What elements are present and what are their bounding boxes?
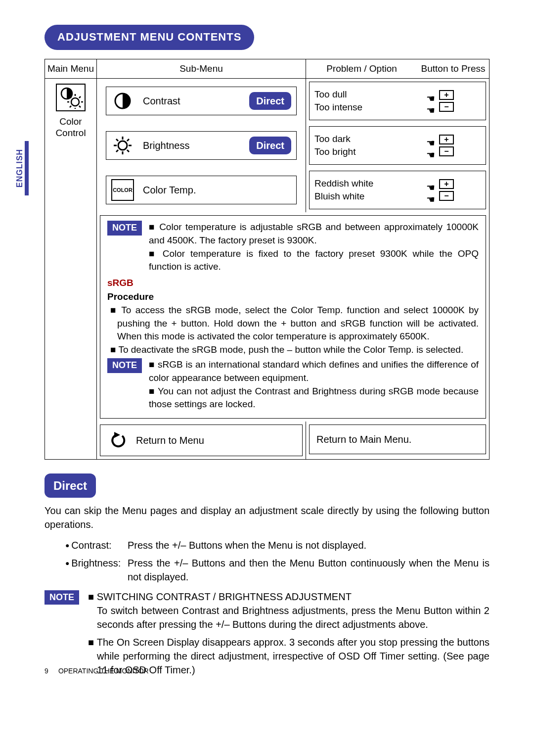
svg-line-18 (127, 139, 129, 141)
color-temp-icon: COLOR (111, 179, 134, 201)
brightness-problems: Too dark Too bright (310, 127, 422, 164)
contrast-minus-button[interactable]: − (426, 102, 454, 112)
table-header-row: Main Menu Sub-Menu Problem / Option Butt… (45, 59, 489, 79)
page-title: ADJUSTMENT MENU CONTENTS (44, 25, 254, 50)
language-tab: ENGLISH (15, 141, 29, 195)
direct-paragraph: You can skip the Menu pages and display … (44, 504, 490, 531)
contrast-plus-button[interactable]: + (426, 90, 454, 100)
svg-marker-20 (114, 432, 120, 438)
colortemp-plus-button[interactable]: + (426, 179, 454, 189)
svg-line-7 (79, 106, 81, 107)
direct-contrast-def: Contrast: Press the +/– Buttons when the… (65, 538, 490, 552)
contrast-label: Contrast (143, 94, 240, 108)
hdr-main-menu: Main Menu (45, 59, 97, 79)
row-brightness: Brightness Direct Too dark Too bright + (97, 123, 489, 168)
bottom-note-b1-head: SWITCHING CONTRAST / BRIGHTNESS ADJUSTME… (97, 591, 352, 602)
page-footer: 9 OPERATING THE MONITOR (44, 666, 149, 676)
return-icon (107, 432, 127, 449)
svg-point-1 (71, 98, 79, 106)
note-badge: NOTE (44, 590, 79, 605)
hand-icon (426, 136, 436, 143)
srgb-note-section: NOTE Color temperature is adjustable sRG… (100, 215, 486, 418)
note-badge: NOTE (107, 221, 142, 235)
svg-line-9 (70, 106, 71, 107)
brightness-label: Brightness (143, 139, 240, 152)
hdr-sub-menu: Sub-Menu (97, 59, 306, 79)
brightness-direct-badge: Direct (249, 137, 291, 154)
color-temp-label: Color Temp. (143, 183, 291, 197)
srgb-heading: sRGB (107, 277, 479, 290)
contrast-problems: Too dull Too intense (310, 82, 422, 120)
contrast-icon (111, 90, 134, 112)
note2-bullet2: You can not adjust the Contrast and Brig… (149, 385, 479, 411)
hand-icon (426, 192, 436, 199)
table-body: Color Control Cont (45, 79, 489, 459)
brightness-icon (111, 135, 134, 156)
return-label: Return to Menu (136, 433, 204, 447)
brightness-plus-button[interactable]: + (426, 135, 454, 144)
return-desc: Return to Main Menu. (316, 432, 411, 446)
hand-icon (426, 92, 436, 98)
contrast-direct-badge: Direct (249, 92, 291, 110)
brightness-minus-button[interactable]: − (426, 146, 454, 156)
svg-point-11 (118, 141, 127, 150)
page-number: 9 (44, 666, 56, 676)
note2-bullet1: sRGB is an international standard which … (149, 358, 479, 384)
row-return: Return to Menu Return to Main Menu. (97, 422, 489, 459)
main-menu-label: Color Control (45, 116, 96, 139)
main-menu-cell: Color Control (45, 79, 97, 459)
svg-line-16 (116, 139, 118, 141)
note-badge: NOTE (107, 358, 142, 373)
direct-heading: Direct (44, 473, 96, 498)
svg-line-8 (79, 96, 81, 98)
row-contrast: Contrast Direct Too dull Too intense + (97, 79, 489, 123)
note1-bullet1: Color temperature is adjustable sRGB and… (149, 221, 479, 247)
svg-line-19 (116, 150, 118, 152)
hdr-problem-option: Problem / Option (306, 59, 417, 79)
bottom-note-b1-body: To switch between Contrast and Brightnes… (97, 605, 490, 630)
procedure-bullet1: To access the sRGB mode, select the Colo… (110, 304, 479, 343)
svg-line-17 (127, 150, 129, 152)
direct-brightness-def: Brightness: Press the +/– Buttons and th… (65, 556, 490, 584)
hand-icon (426, 181, 436, 188)
procedure-bullet2: To deactivate the sRGB mode, push the – … (110, 343, 479, 357)
adjustment-table: Main Menu Sub-Menu Problem / Option Butt… (44, 59, 490, 460)
procedure-heading: Procedure (107, 290, 479, 304)
note1-bullet2: Color temperature is fixed to the factor… (149, 247, 479, 274)
hdr-button-to-press: Button to Press (417, 59, 489, 79)
color-temp-problems: Reddish white Bluish white (310, 171, 422, 209)
hand-icon (426, 148, 436, 155)
row-color-temp: COLOR Color Temp. Reddish white Bluish w… (97, 168, 489, 212)
colortemp-minus-button[interactable]: − (426, 191, 454, 201)
footer-section: OPERATING THE MONITOR (58, 667, 149, 675)
hand-icon (426, 103, 436, 110)
color-control-icon (56, 84, 86, 111)
